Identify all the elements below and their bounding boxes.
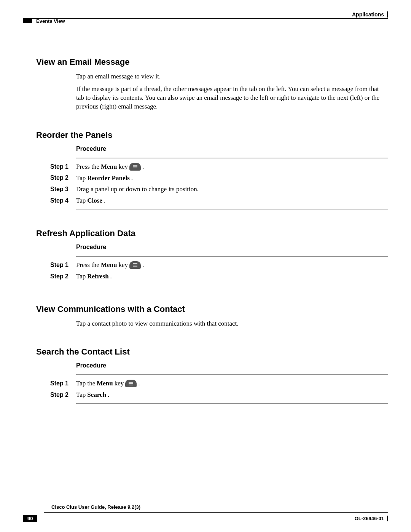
doc-id: OL-26946-01 <box>355 516 388 521</box>
step-row: Step 2 Tap Search. <box>36 390 388 399</box>
heading-search-contact: Search the Contact List <box>36 347 388 357</box>
step-content: Press the Menu key . <box>76 162 144 171</box>
heading-reorder-panels: Reorder the Panels <box>36 130 388 140</box>
step-row: Step 1 Press the Menu key . <box>36 260 388 270</box>
step-content: Tap Refresh. <box>76 272 112 281</box>
step-row: Step 2 Tap Refresh. <box>36 272 388 281</box>
step-content: Tap Search. <box>76 390 109 399</box>
step-content: Tap the Menu key . <box>76 379 140 388</box>
step-label: Step 2 <box>50 273 76 280</box>
heading-view-comms: View Communications with a Contact <box>36 304 388 314</box>
paragraph: Tap an email message to view it. <box>76 72 388 81</box>
heading-refresh-data: Refresh Application Data <box>36 228 388 238</box>
heading-view-email: View an Email Message <box>36 57 388 67</box>
step-label: Step 2 <box>50 174 76 181</box>
divider <box>76 256 388 257</box>
procedure-label: Procedure <box>76 362 388 369</box>
step-label: Step 1 <box>50 262 76 268</box>
step-row: Step 1 Press the Menu key . <box>36 162 388 171</box>
paragraph: If the message is part of a thread, the … <box>76 85 388 111</box>
divider <box>76 209 388 209</box>
step-label: Step 4 <box>50 197 76 204</box>
header-chapter: Applications <box>352 11 388 18</box>
divider <box>76 374 388 375</box>
step-row: Step 1 Tap the Menu key . <box>36 379 388 388</box>
header-marker <box>23 18 32 23</box>
step-row: Step 3 Drag a panel up or down to change… <box>36 185 388 194</box>
menu-key-icon <box>129 163 141 171</box>
procedure-label: Procedure <box>76 145 388 152</box>
step-content: Press the Menu key . <box>76 260 144 270</box>
procedure-label: Procedure <box>76 244 388 251</box>
step-content: Drag a panel up or down to change its po… <box>76 185 199 194</box>
step-label: Step 3 <box>50 186 76 193</box>
step-label: Step 1 <box>50 163 76 170</box>
step-row: Step 2 Tap Reorder Panels. <box>36 174 388 183</box>
paragraph: Tap a contact photo to view communicatio… <box>76 320 388 328</box>
step-row: Step 4 Tap Close. <box>36 196 388 205</box>
step-label: Step 2 <box>50 391 76 398</box>
page-number: 90 <box>23 515 37 522</box>
step-content: Tap Reorder Panels. <box>76 174 133 183</box>
menu-key-icon <box>125 380 137 387</box>
header-section: Events View <box>36 18 65 24</box>
step-label: Step 1 <box>50 380 76 387</box>
divider <box>76 403 388 404</box>
menu-key-icon <box>129 261 141 269</box>
divider <box>76 285 388 285</box>
divider <box>76 158 388 158</box>
step-content: Tap Close. <box>76 196 105 205</box>
footer-guide-title: Cisco Cius User Guide, Release 9.2(3) <box>51 504 388 510</box>
